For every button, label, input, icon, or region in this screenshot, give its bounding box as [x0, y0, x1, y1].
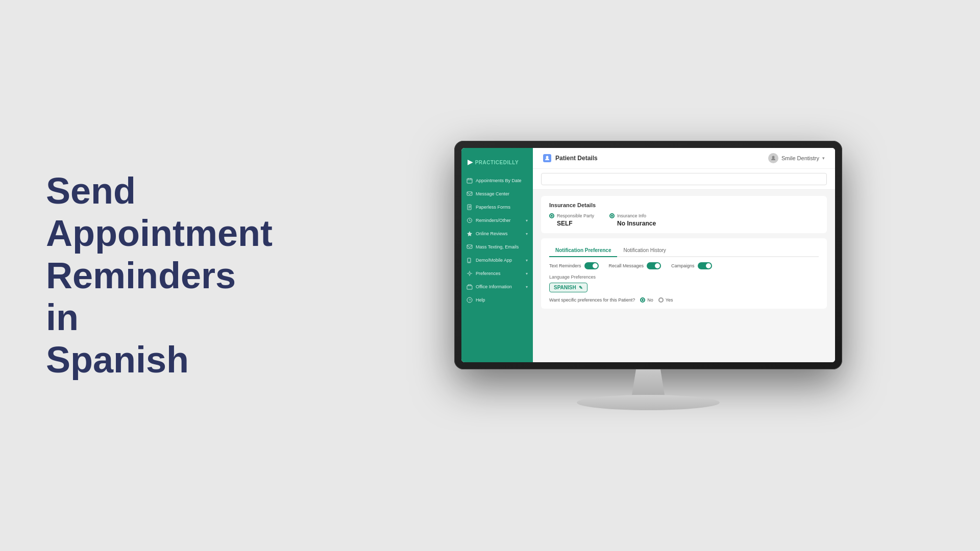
page-title-container: Patient Details [543, 154, 598, 162]
clinic-name: Smile Dentistry [781, 155, 819, 161]
responsible-party-label: Responsible Party [557, 213, 594, 218]
radio-yes-circle [658, 297, 664, 303]
sidebar-item-demo[interactable]: Demo/Mobile App ▾ [461, 254, 533, 267]
svg-rect-21 [467, 286, 472, 289]
insurance-section-title: Insurance Details [549, 202, 819, 208]
insurance-details-card: Insurance Details Responsible Party SELF [541, 196, 827, 233]
radio-no-circle [640, 297, 645, 303]
radio-yes-option[interactable]: Yes [658, 297, 673, 303]
monitor-stand-base [577, 395, 720, 410]
clinic-selector[interactable]: Smile Dentistry ▾ [768, 153, 825, 163]
svg-line-11 [470, 220, 471, 221]
svg-marker-12 [467, 231, 472, 236]
responsible-party-header: Responsible Party [549, 213, 594, 218]
tab-notification-history[interactable]: Notification History [617, 244, 672, 257]
svg-point-25 [772, 156, 775, 159]
chevron-icon: ▾ [526, 285, 528, 289]
clinic-chevron-icon: ▾ [822, 156, 825, 161]
insurance-info-value: No Insurance [609, 220, 656, 227]
sidebar-label-office: Office Information [476, 284, 512, 289]
sidebar-item-reminders[interactable]: Reminders/Other ▾ [461, 214, 533, 227]
notification-tabs: Notification Preference Notification His… [549, 244, 819, 257]
responsible-party-radio[interactable] [549, 213, 554, 218]
svg-rect-0 [467, 179, 472, 183]
hero-heading: Send Appointment Reminders in Spanish [46, 170, 276, 381]
text-reminders-label: Text Reminders [549, 263, 581, 268]
language-badge: SPANISH ✎ [549, 283, 587, 292]
sidebar-item-preferences[interactable]: Preferences ▾ [461, 267, 533, 280]
radio-no-label: No [647, 297, 653, 303]
insurance-info-label: Insurance Info [617, 213, 646, 218]
sidebar-label-message: Message Center [476, 191, 509, 196]
text-reminders-toggle[interactable] [584, 262, 599, 269]
svg-point-15 [469, 262, 470, 262]
sidebar-label-preferences: Preferences [476, 271, 501, 276]
recall-messages-toggle[interactable] [647, 262, 661, 269]
sidebar-label-reviews: Online Reviews [476, 231, 508, 236]
specific-preferences-row: Want specific preferences for this Patie… [549, 297, 819, 303]
sidebar-item-appointments[interactable]: Appointments By Date [461, 174, 533, 187]
monitor-screen: ▶ PRACTICEDILLY Appointments By Date Mes… [461, 148, 835, 362]
sidebar-item-paperless[interactable]: Paperless Forms [461, 201, 533, 214]
page-title: Patient Details [555, 155, 598, 162]
recall-messages-label: Recall Messages [609, 263, 644, 268]
svg-text:?: ? [469, 298, 471, 302]
main-content: Patient Details Smile Dentistry ▾ [533, 148, 835, 362]
radio-yes-label: Yes [666, 297, 673, 303]
svg-point-16 [469, 272, 471, 274]
sidebar-item-reviews[interactable]: Online Reviews ▾ [461, 227, 533, 240]
specific-pref-radio-group: No Yes [640, 297, 673, 303]
left-panel: Send Appointment Reminders in Spanish [0, 129, 316, 422]
responsible-party-item: Responsible Party SELF [549, 213, 594, 227]
chevron-icon: ▾ [526, 271, 528, 276]
svg-rect-4 [467, 192, 472, 195]
patient-icon [543, 154, 551, 162]
sidebar-label-reminders: Reminders/Other [476, 218, 511, 223]
search-bar-container [533, 169, 835, 190]
sidebar-label-mass-texting: Mass Texting, Emails [476, 244, 519, 249]
campaigns-label: Campaigns [671, 263, 695, 268]
search-input[interactable] [541, 173, 827, 185]
top-bar: Patient Details Smile Dentistry ▾ [533, 148, 835, 169]
clinic-avatar [768, 153, 778, 163]
monitor: ▶ PRACTICEDILLY Appointments By Date Mes… [454, 141, 842, 410]
svg-rect-13 [467, 245, 472, 248]
insurance-info-radio[interactable] [609, 213, 615, 218]
monitor-wrapper: ▶ PRACTICEDILLY Appointments By Date Mes… [316, 141, 980, 410]
sidebar-label-help: Help [476, 297, 485, 303]
chevron-icon: ▾ [526, 218, 528, 223]
sidebar-item-office-info[interactable]: Office Information ▾ [461, 280, 533, 293]
insurance-info-item: Insurance Info No Insurance [609, 213, 656, 227]
tab-notification-preference[interactable]: Notification Preference [549, 244, 617, 257]
insurance-row: Responsible Party SELF Insurance Info [549, 213, 819, 227]
sidebar: ▶ PRACTICEDILLY Appointments By Date Mes… [461, 148, 533, 362]
toggle-row: Text Reminders Recall Messages Campaigns [549, 262, 819, 269]
svg-point-24 [546, 156, 549, 159]
language-section-label: Language Preferences [549, 274, 819, 280]
language-value: SPANISH [554, 285, 576, 290]
radio-no-option[interactable]: No [640, 297, 653, 303]
sidebar-item-message-center[interactable]: Message Center [461, 187, 533, 201]
recall-messages-toggle-item: Recall Messages [609, 262, 662, 269]
insurance-info-header: Insurance Info [609, 213, 656, 218]
sidebar-label-appointments: Appointments By Date [476, 178, 522, 183]
app-logo: ▶ PRACTICEDILLY [461, 154, 533, 174]
sidebar-item-help[interactable]: ? Help [461, 293, 533, 307]
notification-card: Notification Preference Notification His… [541, 238, 827, 309]
campaigns-toggle-item: Campaigns [671, 262, 712, 269]
monitor-stand-neck [628, 369, 669, 395]
sidebar-label-paperless: Paperless Forms [476, 205, 510, 210]
text-reminders-toggle-item: Text Reminders [549, 262, 599, 269]
specific-pref-label: Want specific preferences for this Patie… [549, 297, 635, 303]
chevron-icon: ▾ [526, 232, 528, 236]
content-area: Insurance Details Responsible Party SELF [533, 190, 835, 362]
sidebar-item-mass-texting[interactable]: Mass Texting, Emails [461, 240, 533, 254]
responsible-party-value: SELF [549, 220, 594, 227]
chevron-icon: ▾ [526, 258, 528, 263]
monitor-bezel: ▶ PRACTICEDILLY Appointments By Date Mes… [454, 141, 842, 369]
campaigns-toggle[interactable] [698, 262, 712, 269]
language-preferences-section: Language Preferences SPANISH ✎ [549, 274, 819, 292]
edit-language-icon[interactable]: ✎ [579, 285, 583, 290]
sidebar-label-demo: Demo/Mobile App [476, 258, 512, 263]
